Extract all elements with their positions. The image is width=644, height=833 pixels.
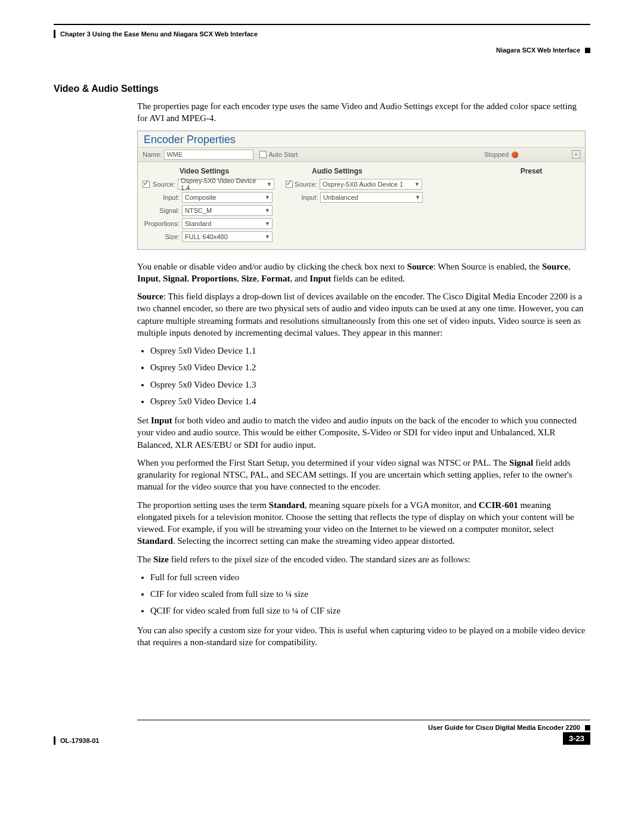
- preset-column: Preset: [482, 166, 580, 244]
- chapter-row: Chapter 3 Using the Ease Menu and Niagar…: [54, 30, 590, 38]
- video-source-select[interactable]: Osprey-5X0 Video Device 1.4▼: [178, 179, 274, 190]
- header-rule: [54, 24, 590, 25]
- proportions-select[interactable]: Standard▼: [182, 218, 273, 229]
- custom-size-paragraph: You can also specify a custom size for y…: [137, 624, 586, 649]
- audio-source-checkbox[interactable]: [286, 181, 293, 188]
- chevron-down-icon: ▼: [415, 194, 420, 200]
- chevron-down-icon: ▼: [265, 194, 270, 200]
- encoder-toolbar: Name: Auto Start Stopped ×: [138, 148, 585, 162]
- signal-label: Signal:: [143, 207, 179, 214]
- video-input-label: Input:: [143, 194, 179, 201]
- chevron-down-icon: ▼: [265, 234, 270, 240]
- video-source-label: Source:: [151, 181, 175, 188]
- autostart-checkbox[interactable]: [259, 151, 267, 158]
- proportion-paragraph: The proportion setting uses the term Sta…: [137, 499, 586, 547]
- proportions-label: Proportions:: [143, 220, 179, 227]
- size-paragraph: The Size field refers to the pixel size …: [137, 553, 586, 565]
- size-label: Size:: [143, 233, 179, 240]
- list-item: CIF for video scaled from full size to ¼…: [150, 588, 586, 600]
- list-item: QCIF for video scaled from full size to …: [150, 605, 586, 617]
- name-input[interactable]: [164, 150, 253, 160]
- audio-source-label: Source:: [295, 181, 317, 188]
- section-text: Niagara SCX Web Interface: [496, 47, 580, 54]
- audio-input-label: Input:: [286, 194, 318, 201]
- chevron-down-icon: ▼: [414, 181, 420, 187]
- list-item: Osprey 5x0 Video Device 1.4: [150, 395, 586, 407]
- device-list: Osprey 5x0 Video Device 1.1 Osprey 5x0 V…: [150, 345, 586, 407]
- chevron-down-icon: ▼: [265, 208, 270, 213]
- page-number: 3-23: [563, 732, 590, 745]
- status-stopped: Stopped: [484, 151, 518, 158]
- audio-column: Audio Settings Source: Osprey-5X0 Audio …: [286, 166, 482, 244]
- list-item: Osprey 5x0 Video Device 1.2: [150, 361, 586, 373]
- encoder-properties-panel: Encoder Properties Name: Auto Start Stop…: [137, 131, 586, 250]
- audio-settings-header: Audio Settings: [312, 167, 482, 175]
- guide-title-row: User Guide for Cisco Digital Media Encod…: [428, 724, 590, 731]
- list-item: Osprey 5x0 Video Device 1.3: [150, 379, 586, 391]
- intro-paragraph: The properties page for each encoder typ…: [137, 100, 586, 125]
- size-list: Full for full screen video CIF for video…: [150, 571, 586, 617]
- stopped-indicator-icon: [512, 151, 518, 158]
- signal-select[interactable]: NTSC_M▼: [182, 205, 273, 216]
- doc-number-row: OL-17938-01: [54, 736, 99, 745]
- doc-number: OL-17938-01: [60, 737, 99, 744]
- vertical-bar-icon: [54, 736, 55, 745]
- video-source-checkbox[interactable]: [143, 181, 150, 188]
- video-column: Video Settings Source: Osprey-5X0 Video …: [143, 166, 286, 244]
- square-icon: [585, 725, 590, 730]
- page-footer: OL-17938-01 User Guide for Cisco Digital…: [54, 720, 590, 745]
- autostart-label: Auto Start: [268, 151, 298, 158]
- section-heading: Video & Audio Settings: [54, 83, 590, 94]
- vertical-bar-icon: [54, 30, 55, 38]
- section-row: Niagara SCX Web Interface: [54, 47, 590, 54]
- footer-rule: [137, 720, 590, 720]
- video-input-select[interactable]: Composite▼: [182, 192, 273, 203]
- chapter-text: Chapter 3 Using the Ease Menu and Niagar…: [60, 30, 258, 38]
- list-item: Full for full screen video: [150, 571, 586, 583]
- chevron-down-icon: ▼: [265, 221, 270, 227]
- name-label: Name:: [143, 151, 162, 158]
- video-settings-header: Video Settings: [179, 167, 286, 175]
- preset-header: Preset: [482, 167, 580, 175]
- chevron-down-icon: ▼: [267, 181, 272, 187]
- enable-paragraph: You enable or disable video and/or audio…: [137, 261, 586, 285]
- list-item: Osprey 5x0 Video Device 1.1: [150, 345, 586, 357]
- content-area: The properties page for each encoder typ…: [137, 100, 586, 648]
- source-paragraph: Source: This field displays a drop-down …: [137, 290, 586, 339]
- guide-title: User Guide for Cisco Digital Media Encod…: [428, 724, 580, 731]
- encoder-title: Encoder Properties: [138, 131, 585, 148]
- audio-source-select[interactable]: Osprey-5X0 Audio Device 1▼: [320, 179, 422, 190]
- square-icon: [585, 48, 590, 53]
- signal-paragraph: When you performed the First Start Setup…: [137, 457, 586, 493]
- set-input-paragraph: Set Input for both video and audio to ma…: [137, 414, 586, 451]
- stopped-text: Stopped: [484, 151, 509, 158]
- size-select[interactable]: FULL 640x480▼: [182, 231, 273, 242]
- audio-input-select[interactable]: Unbalanced▼: [320, 192, 423, 203]
- close-icon[interactable]: ×: [572, 150, 580, 159]
